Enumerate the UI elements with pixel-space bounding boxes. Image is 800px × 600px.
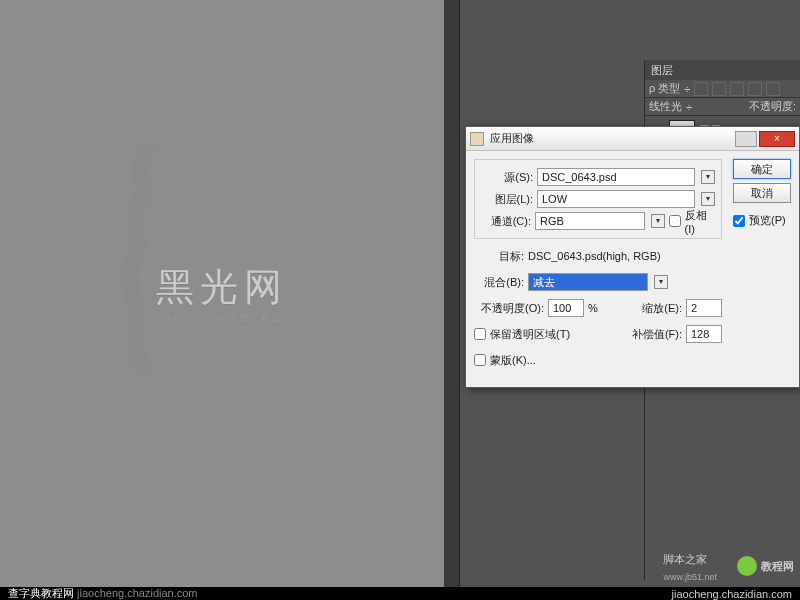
close-button[interactable]: × xyxy=(759,131,795,147)
opacity-label: 不透明度: xyxy=(749,99,796,114)
opacity-field-label: 不透明度(O): xyxy=(474,301,544,316)
channel-field[interactable]: RGB xyxy=(535,212,645,230)
chevron-down-icon[interactable]: ▾ xyxy=(654,275,668,289)
chevron-down-icon[interactable]: ▾ xyxy=(701,170,715,184)
ok-button[interactable]: 确定 xyxy=(733,159,791,179)
offset-field[interactable]: 128 xyxy=(686,325,722,343)
filter-type-icon[interactable] xyxy=(730,82,744,96)
filter-kind-dropdown-icon[interactable]: ÷ xyxy=(684,83,690,95)
panel-title[interactable]: 图层 xyxy=(645,60,800,80)
source-field[interactable]: DSC_0643.psd xyxy=(537,168,695,186)
offset-label: 补偿值(F): xyxy=(632,327,682,342)
apply-image-dialog: 应用图像 × 确定 取消 预览(P) 源(S): DSC_0643.psd ▾ … xyxy=(465,126,800,388)
filter-smart-icon[interactable] xyxy=(766,82,780,96)
footer-right-domain: jiaocheng.chazidian.com xyxy=(672,588,792,600)
help-button[interactable] xyxy=(735,131,757,147)
dialog-app-icon xyxy=(470,132,484,146)
site-brand-jb51: 脚本之家 www.jb51.net xyxy=(663,550,717,583)
layer-filter-row: ρ 类型 ÷ xyxy=(645,80,800,98)
document-canvas[interactable]: 黑光网 HEIGUANG.COM 中国影楼第一门户 xyxy=(0,0,444,587)
blend-dropdown-icon[interactable]: ÷ xyxy=(686,101,692,113)
chevron-down-icon[interactable]: ▾ xyxy=(701,192,715,206)
footer-bar: 查字典教程网 jiaocheng.chazidian.com jiaocheng… xyxy=(0,587,800,600)
blend-mode-select[interactable]: 线性光 xyxy=(649,99,682,114)
site-watermarks: 脚本之家 www.jb51.net 教程网 xyxy=(663,545,800,587)
blend-field[interactable]: 减去 xyxy=(528,273,648,291)
filter-adjust-icon[interactable] xyxy=(712,82,726,96)
filter-kind-label[interactable]: ρ 类型 xyxy=(649,81,680,96)
site-brand-jiaocheng: 教程网 xyxy=(737,556,794,576)
chevron-down-icon[interactable]: ▾ xyxy=(651,214,665,228)
target-value: DSC_0643.psd(high, RGB) xyxy=(528,250,661,262)
layer-field[interactable]: LOW xyxy=(537,190,695,208)
filter-pixel-icon[interactable] xyxy=(694,82,708,96)
logo-dot-icon xyxy=(737,556,757,576)
blend-field-label: 混合(B): xyxy=(474,275,524,290)
source-group: 源(S): DSC_0643.psd ▾ 图层(L): LOW ▾ 通道(C):… xyxy=(474,159,722,239)
opacity-field[interactable]: 100 xyxy=(548,299,584,317)
preserve-transparency-checkbox[interactable]: 保留透明区域(T) xyxy=(474,327,570,342)
layer-label: 图层(L): xyxy=(483,192,533,207)
blend-row: 线性光 ÷ 不透明度: xyxy=(645,98,800,116)
cancel-button[interactable]: 取消 xyxy=(733,183,791,203)
footer-left-link[interactable]: 查字典教程网 xyxy=(8,587,74,599)
source-label: 源(S): xyxy=(483,170,533,185)
scale-field[interactable]: 2 xyxy=(686,299,722,317)
watermark: 黑光网 HEIGUANG.COM 中国影楼第一门户 xyxy=(128,262,316,326)
vertical-ruler xyxy=(444,0,460,587)
dialog-body: 确定 取消 预览(P) 源(S): DSC_0643.psd ▾ 图层(L): … xyxy=(466,151,799,387)
dialog-title-text: 应用图像 xyxy=(490,131,733,146)
invert-checkbox[interactable]: 反相(I) xyxy=(669,208,715,235)
dialog-buttons: 确定 取消 预览(P) xyxy=(733,159,791,228)
target-label: 目标: xyxy=(474,249,524,264)
channel-label: 通道(C): xyxy=(483,214,531,229)
preview-checkbox[interactable]: 预览(P) xyxy=(733,213,791,228)
dialog-titlebar[interactable]: 应用图像 × xyxy=(466,127,799,151)
scale-label: 缩放(E): xyxy=(642,301,682,316)
mask-checkbox[interactable]: 蒙版(K)... xyxy=(474,353,536,368)
filter-shape-icon[interactable] xyxy=(748,82,762,96)
